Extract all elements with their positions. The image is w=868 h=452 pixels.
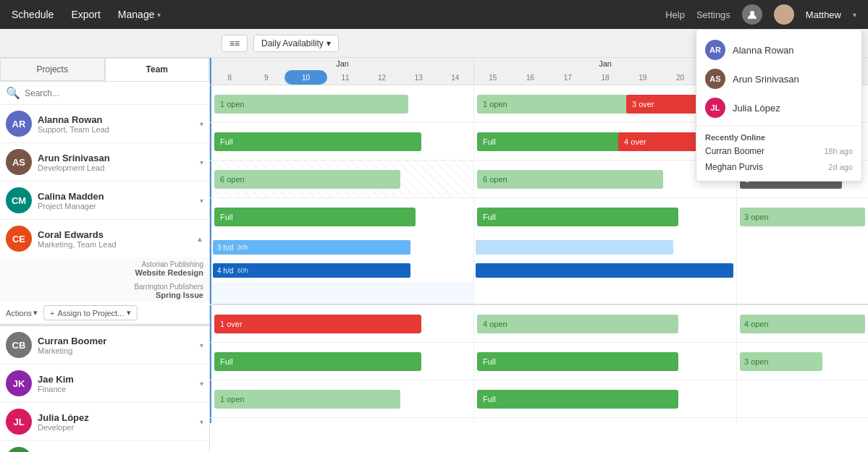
person-name-julia: Julia López [38,412,200,423]
day-12: 12 [363,70,400,85]
sched-curran-w2: 4 open [473,305,736,342]
sched-coral-sub2-w1: 4 h/d 60h [210,259,473,282]
expand-julia-icon[interactable]: ▾ [200,418,203,426]
sched-matthew-w2: Full [473,418,736,423]
sched-coral-main-w2: Full [473,198,736,236]
top-nav: Schedule Export Manage ▾ Help Settings M… [0,0,868,29]
dropdown-online-curran[interactable]: Curran Boomer 18h ago [696,143,861,159]
dropdown-item-julia[interactable]: JL Julia López [696,93,861,122]
nav-help[interactable]: Help [665,9,685,20]
person-info-jae: Jae Kim Finance [38,374,200,393]
availability-chevron-icon: ▾ [326,38,331,48]
username-chevron-icon: ▾ [853,11,856,19]
collapse-coral-icon[interactable]: ▲ [196,235,203,243]
nav-manage[interactable]: Manage ▾ [118,9,161,20]
user-avatar[interactable] [774,4,794,25]
person-role-curran: Marketing [38,346,200,355]
sched-calina-w1: 6 open [210,161,473,197]
sched-curran-w1: 1 over [210,305,473,342]
bar-calina-w1[interactable]: 6 open [214,170,400,189]
nav-schedule[interactable]: Schedule [12,9,54,20]
bar-coral-main-w2[interactable]: Full [477,208,678,226]
bar-arun-w1[interactable]: Full [214,132,421,151]
manage-chevron-icon: ▾ [157,11,161,19]
sched-coral-sub2-w3 [736,259,868,282]
bar-coral-sub1-w1[interactable]: 3 h/d 30h [213,240,410,255]
bar-coral-main-w3[interactable]: 3 open [740,208,865,226]
day-17: 17 [549,70,586,85]
day-labels-1: 8 9 10 11 12 13 14 [211,70,473,85]
dropdown-online-meghan[interactable]: Meghan Purvis 2d ago [696,159,861,175]
dropdown-avatar-alanna: AR [705,40,725,60]
person-row-coral: CE Coral Edwards Marketing, Team Lead ▲ [0,220,209,257]
expand-calina-icon[interactable]: ▾ [200,197,203,205]
person-info-julia: Julia López Developer [38,412,200,432]
sched-matthew-w3: Off [736,418,868,423]
bar-coral-sub2-w1[interactable]: 4 h/d 60h [213,263,410,278]
sched-jae-w2: Full [473,343,736,380]
person-name-calina: Calina Madden [38,191,200,202]
person-info-arun: Arun Srinivasan Development Lead [38,153,200,172]
day-14: 14 [437,70,473,85]
bar-coral-sub2-w2 [476,263,733,278]
bar-julia-w1[interactable]: 1 open [214,390,400,409]
sched-julia-w1: 1 open [210,380,473,417]
dropdown-item-alanna[interactable]: AR Alanna Rowan [696,35,861,64]
dropdown-name-julia: Julia López [733,103,780,114]
expand-alanna-icon[interactable]: ▾ [200,120,203,128]
week-group-1: Jan 8 9 10 11 12 13 14 [210,58,473,85]
bar-jae-w2[interactable]: Full [477,352,678,371]
bar-alanna-w1[interactable]: 1 open [214,95,408,114]
avatar-jae: JK [6,370,32,396]
schedule-coral-actions [210,282,868,305]
person-section-coral: CE Coral Edwards Marketing, Team Lead ▲ … [0,220,209,325]
user-icon[interactable] [742,4,762,25]
search-input[interactable] [25,88,203,98]
day-16: 16 [512,70,549,85]
expand-jae-icon[interactable]: ▾ [200,380,203,388]
person-role-arun: Development Lead [38,163,200,172]
user-dropdown: AR Alanna Rowan AS Arun Srinivasan JL Ju… [696,29,862,182]
recently-online-label: Recently Online [696,129,861,143]
assign-project-button[interactable]: + Assign to Project... ▾ [43,305,138,320]
sched-coral-actions-w3 [736,282,868,304]
person-row-jae: JK Jae Kim Finance ▾ [0,364,209,403]
sched-coral-actions-w1 [210,282,473,304]
nav-settings[interactable]: Settings [696,9,730,20]
actions-button[interactable]: Actions ▾ [6,308,38,317]
assign-chevron-icon: ▾ [127,308,131,317]
day-20: 20 [662,70,699,85]
sched-jae-w3: 3 open [736,343,868,380]
tab-projects[interactable]: Projects [0,58,105,81]
day-11: 11 [327,70,364,85]
tab-team[interactable]: Team [105,58,210,81]
bar-coral-main-w1[interactable]: Full [214,208,416,226]
person-info-curran: Curran Boomer Marketing [38,336,200,355]
sched-coral-main-w3: 3 open [736,198,868,236]
bar-curran-w1[interactable]: 1 over [214,315,421,333]
week-label-1: Jan [211,58,473,70]
expand-curran-icon[interactable]: ▾ [200,341,203,349]
expand-arun-icon[interactable]: ▾ [200,158,203,166]
bar-curran-w3[interactable]: 4 open [740,315,865,333]
sched-coral-sub1-w3 [736,236,868,259]
bar-alanna-w2a[interactable]: 1 open [477,95,631,114]
bar-curran-w2[interactable]: 4 open [477,315,678,333]
person-row-matthew: ML Matthew Lettini Designer ▾ [0,441,209,452]
nav-export[interactable]: Export [71,9,100,20]
person-role-jae: Finance [38,385,200,393]
bar-calina-w2[interactable]: 6 open [477,170,663,189]
sched-coral-sub1-w1: 3 h/d 30h [210,236,473,259]
bar-arun-w2a[interactable]: Full [477,132,626,151]
availability-dropdown[interactable]: Daily Availability ▾ [253,35,339,52]
bar-jae-w1[interactable]: Full [214,352,421,371]
bar-julia-w2[interactable]: Full [477,390,678,409]
bar-jae-w3[interactable]: 3 open [740,352,822,371]
sched-coral-sub2-w2 [473,259,736,282]
person-row-curran: CB Curran Boomer Marketing ▾ [0,325,209,364]
filter-button[interactable]: ≡≡ [222,35,248,52]
avatar-matthew: ML [6,447,32,452]
sched-arun-w1: Full [210,123,473,160]
dropdown-item-arun[interactable]: AS Arun Srinivasan [696,64,861,93]
sched-matthew-w1: Full Off [210,418,473,423]
